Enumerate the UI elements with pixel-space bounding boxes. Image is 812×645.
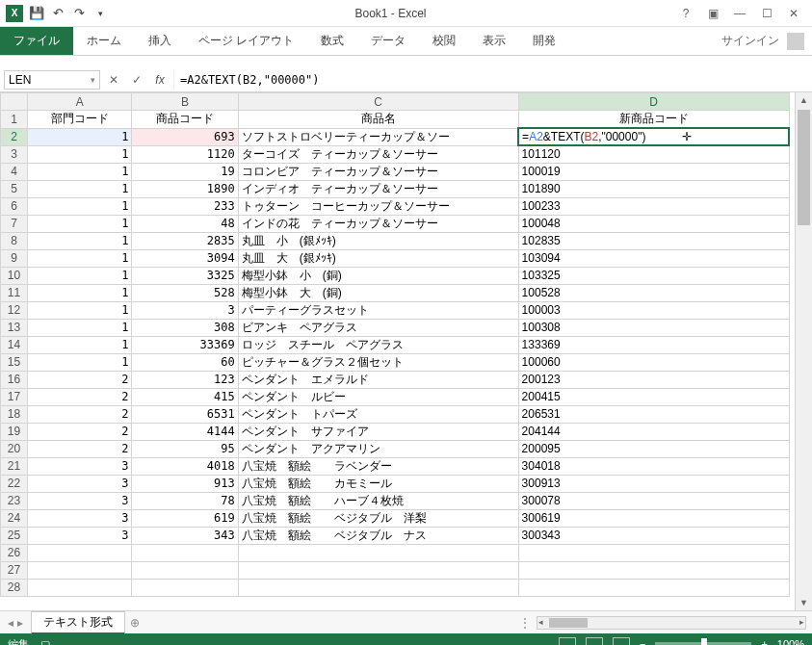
cell-A8[interactable]: 1	[28, 232, 132, 249]
cell-B25[interactable]: 343	[132, 527, 238, 544]
cell-B16[interactable]: 123	[132, 371, 238, 388]
cell-B3[interactable]: 1120	[132, 145, 238, 163]
tab-page-layout[interactable]: ページ レイアウト	[185, 27, 307, 55]
cell-D9[interactable]: 103094	[518, 249, 789, 267]
cell-B4[interactable]: 19	[132, 163, 238, 180]
cell-C18[interactable]: ペンダント トパーズ	[238, 405, 518, 423]
hscroll-thumb[interactable]	[549, 618, 588, 628]
cell-A22[interactable]: 3	[28, 475, 132, 492]
tab-formulas[interactable]: 数式	[307, 27, 357, 55]
col-header-C[interactable]: C	[238, 93, 518, 111]
name-box[interactable]: LEN ▾	[4, 70, 100, 90]
cell-D13[interactable]: 100308	[518, 319, 789, 336]
ribbon-display-icon[interactable]: ▣	[704, 5, 721, 22]
formula-input[interactable]: =A2&TEXT(B2,"00000")	[173, 70, 808, 90]
cell-A10[interactable]: 1	[28, 267, 132, 284]
cell-A19[interactable]: 2	[28, 423, 132, 440]
cell-B22[interactable]: 913	[132, 475, 238, 492]
cell-C7[interactable]: インドの花 ティーカップ＆ソーサー	[238, 215, 518, 232]
row-header-28[interactable]: 28	[1, 579, 28, 596]
cell-B9[interactable]: 3094	[132, 249, 238, 267]
cell-A21[interactable]: 3	[28, 457, 132, 475]
cell-A3[interactable]: 1	[28, 145, 132, 163]
chevron-down-icon[interactable]: ▾	[91, 75, 95, 85]
cell-C1[interactable]: 商品名	[238, 111, 518, 129]
cell-B15[interactable]: 60	[132, 353, 238, 371]
row-header-27[interactable]: 27	[1, 561, 28, 579]
cell-B18[interactable]: 6531	[132, 405, 238, 423]
cell-D21[interactable]: 304018	[518, 457, 789, 475]
cell-A24[interactable]: 3	[28, 509, 132, 527]
tab-review[interactable]: 校閲	[419, 27, 469, 55]
cell-C4[interactable]: コロンビア ティーカップ＆ソーサー	[238, 163, 518, 180]
zoom-out-icon[interactable]: −	[640, 638, 645, 645]
row-header-20[interactable]: 20	[1, 440, 28, 457]
row-header-16[interactable]: 16	[1, 371, 28, 388]
cell-C15[interactable]: ピッチャー＆グラス２個セット	[238, 353, 518, 371]
scroll-thumb[interactable]	[798, 110, 810, 225]
sheet-tab-active[interactable]: テキスト形式	[31, 611, 125, 634]
cell-D26[interactable]	[518, 544, 789, 561]
cell-B21[interactable]: 4018	[132, 457, 238, 475]
cell-A26[interactable]	[28, 544, 132, 561]
cell-A2[interactable]: 1	[28, 128, 132, 145]
cell-B6[interactable]: 233	[132, 197, 238, 215]
cell-C22[interactable]: 八宝焼 額絵 カモミール	[238, 475, 518, 492]
cell-D5[interactable]: 101890	[518, 180, 789, 197]
add-sheet-icon[interactable]: ⊕	[125, 616, 144, 630]
cell-B1[interactable]: 商品コード	[132, 111, 238, 129]
cell-C14[interactable]: ロッジ スチール ペアグラス	[238, 336, 518, 353]
cell-C5[interactable]: インディオ ティーカップ＆ソーサー	[238, 180, 518, 197]
cell-D23[interactable]: 300078	[518, 492, 789, 509]
cell-C19[interactable]: ペンダント サファイア	[238, 423, 518, 440]
accept-formula-icon[interactable]: ✓	[127, 70, 146, 90]
cancel-formula-icon[interactable]: ✕	[104, 70, 123, 90]
cell-A15[interactable]: 1	[28, 353, 132, 371]
cell-D2[interactable]: =A2&TEXT(B2,"00000")✛	[518, 128, 789, 145]
cell-D7[interactable]: 100048	[518, 215, 789, 232]
cell-A18[interactable]: 2	[28, 405, 132, 423]
cell-D25[interactable]: 300343	[518, 527, 789, 544]
fx-icon[interactable]: fx	[150, 70, 170, 90]
row-header-24[interactable]: 24	[1, 509, 28, 527]
cell-D27[interactable]	[518, 561, 789, 579]
cell-A13[interactable]: 1	[28, 319, 132, 336]
redo-icon[interactable]: ↷	[71, 6, 87, 21]
cell-C17[interactable]: ペンダント ルビー	[238, 388, 518, 405]
cell-C21[interactable]: 八宝焼 額絵 ラベンダー	[238, 457, 518, 475]
cell-B17[interactable]: 415	[132, 388, 238, 405]
cell-D18[interactable]: 206531	[518, 405, 789, 423]
row-header-4[interactable]: 4	[1, 163, 28, 180]
cell-C8[interactable]: 丸皿 小 (銀ﾒｯｷ)	[238, 232, 518, 249]
cell-D1[interactable]: 新商品コード	[518, 111, 789, 129]
grid[interactable]: A B C D 1部門コード商品コード商品名新商品コード21693ソフトストロベ…	[0, 92, 795, 610]
row-header-7[interactable]: 7	[1, 215, 28, 232]
signin-link[interactable]: サインイン	[721, 33, 779, 49]
cell-A5[interactable]: 1	[28, 180, 132, 197]
cell-D19[interactable]: 204144	[518, 423, 789, 440]
row-header-26[interactable]: 26	[1, 544, 28, 561]
cell-A28[interactable]	[28, 579, 132, 596]
cell-C24[interactable]: 八宝焼 額絵 ベジタブル 洋梨	[238, 509, 518, 527]
cell-B10[interactable]: 3325	[132, 267, 238, 284]
hscroll-split-icon[interactable]: ⋮	[519, 616, 531, 630]
cell-B19[interactable]: 4144	[132, 423, 238, 440]
tab-insert[interactable]: 挿入	[135, 27, 185, 55]
row-header-17[interactable]: 17	[1, 388, 28, 405]
cell-C6[interactable]: トゥターン コーヒーカップ＆ソーサー	[238, 197, 518, 215]
row-header-11[interactable]: 11	[1, 284, 28, 301]
row-header-9[interactable]: 9	[1, 249, 28, 267]
row-header-25[interactable]: 25	[1, 527, 28, 544]
undo-icon[interactable]: ↶	[50, 6, 65, 21]
cell-A6[interactable]: 1	[28, 197, 132, 215]
col-header-B[interactable]: B	[132, 93, 238, 111]
cell-B11[interactable]: 528	[132, 284, 238, 301]
cell-D12[interactable]: 100003	[518, 301, 789, 319]
tab-data[interactable]: データ	[357, 27, 419, 55]
row-header-19[interactable]: 19	[1, 423, 28, 440]
row-header-18[interactable]: 18	[1, 405, 28, 423]
row-header-5[interactable]: 5	[1, 180, 28, 197]
cell-D14[interactable]: 133369	[518, 336, 789, 353]
cell-C26[interactable]	[238, 544, 518, 561]
col-header-A[interactable]: A	[28, 93, 132, 111]
